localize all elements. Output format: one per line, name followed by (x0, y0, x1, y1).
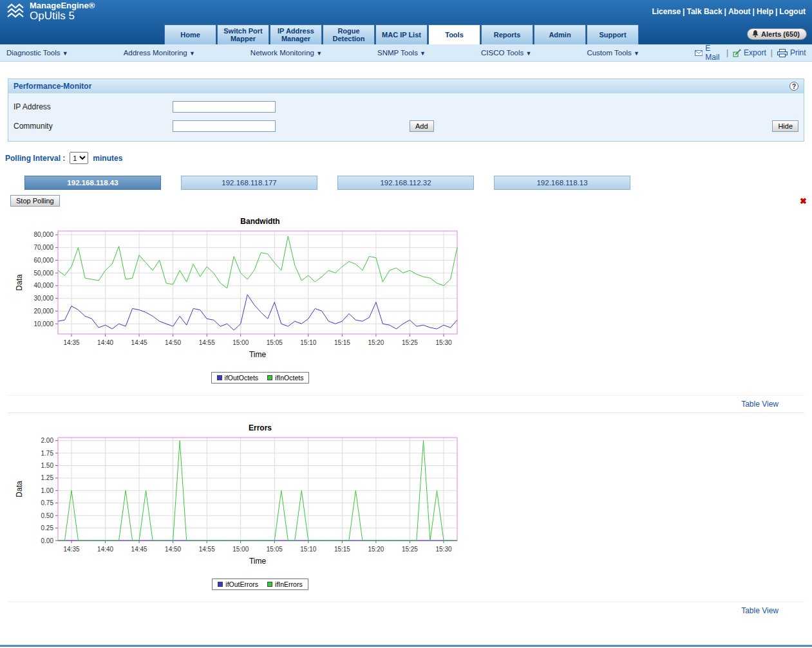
legend-swatch-icon (217, 375, 222, 380)
legend-item-ifinerrors: ifInErrors (267, 580, 303, 588)
ip-tab-192.168.112.32[interactable]: 192.168.112.32 (337, 176, 474, 190)
svg-text:15:05: 15:05 (267, 339, 283, 346)
bell-icon (752, 30, 759, 37)
printer-icon (777, 49, 788, 57)
menu-snmp-tools[interactable]: SNMP Tools ▼ (377, 49, 426, 57)
stop-polling-button[interactable]: Stop Polling (10, 195, 60, 207)
legend-item-ifinoctets: ifInOctets (267, 374, 303, 382)
tab-reports[interactable]: Reports (481, 24, 533, 44)
tab-ip-address-manager[interactable]: IP Address Manager (270, 24, 322, 44)
ip-tab-192.168.118.43[interactable]: 192.168.118.43 (24, 176, 161, 190)
tab-switch-port-mapper[interactable]: Switch Port Mapper (217, 24, 269, 44)
email-link[interactable]: E Mail (695, 44, 722, 62)
monitor-content: Stop Polling ✖ Bandwidth 10,00020,00030,… (8, 190, 804, 615)
svg-text:15:00: 15:00 (232, 339, 249, 346)
community-input[interactable] (173, 120, 276, 132)
errors-chart-title: Errors (10, 423, 491, 432)
svg-text:Data: Data (15, 274, 24, 291)
svg-text:0.50: 0.50 (41, 512, 54, 519)
tools-menubar: Diagnostic Tools ▼Address Monitoring ▼Ne… (0, 44, 812, 62)
svg-text:0.00: 0.00 (41, 537, 54, 544)
menu-network-monitoring[interactable]: Network Monitoring ▼ (250, 49, 322, 57)
polling-interval-select[interactable]: 1 (70, 152, 88, 164)
polling-interval-unit: minutes (93, 154, 122, 163)
svg-text:2.00: 2.00 (41, 437, 54, 444)
svg-text:15:05: 15:05 (267, 546, 283, 553)
email-label: E Mail (705, 44, 722, 62)
legend-swatch-icon (267, 582, 272, 587)
svg-text:15:30: 15:30 (435, 546, 451, 553)
svg-text:14:45: 14:45 (131, 546, 147, 553)
tab-admin[interactable]: Admin (534, 24, 586, 44)
hide-button[interactable]: Hide (772, 120, 798, 132)
chevron-down-icon: ▼ (420, 50, 426, 57)
menu-address-monitoring[interactable]: Address Monitoring ▼ (124, 49, 195, 57)
svg-text:1.75: 1.75 (41, 450, 54, 457)
ip-address-input[interactable] (173, 101, 276, 113)
svg-text:10,000: 10,000 (33, 320, 53, 328)
top-link-logout[interactable]: Logout (779, 7, 806, 16)
manageengine-logo-icon (6, 3, 26, 21)
top-link-help[interactable]: Help (757, 7, 773, 16)
tab-home[interactable]: Home (164, 24, 216, 44)
menu-diagnostic-tools[interactable]: Diagnostic Tools ▼ (6, 49, 68, 57)
bandwidth-table-view-link[interactable]: Table View (741, 400, 779, 409)
legend-swatch-icon (267, 375, 272, 380)
main-tabs: HomeSwitch Port MapperIP Address Manager… (0, 23, 812, 44)
brand-name: ManageEngine® (30, 1, 95, 10)
product-name: OpUtils 5 (30, 10, 95, 22)
svg-text:1.50: 1.50 (41, 462, 54, 469)
export-icon (733, 49, 741, 57)
ip-tab-192.168.118.13[interactable]: 192.168.118.13 (494, 176, 630, 190)
envelope-icon (695, 50, 703, 57)
svg-text:15:10: 15:10 (300, 546, 316, 553)
performance-monitor-panel: Performance-Monitor ? IP Address Communi… (8, 79, 804, 142)
chevron-down-icon: ▼ (189, 50, 195, 57)
svg-text:15:15: 15:15 (334, 339, 350, 346)
print-link[interactable]: Print (777, 48, 806, 57)
ip-tab-192.168.118.177[interactable]: 192.168.118.177 (181, 176, 317, 190)
menu-cisco-tools[interactable]: CISCO Tools ▼ (481, 49, 531, 57)
svg-text:1.25: 1.25 (41, 474, 54, 481)
svg-text:70,000: 70,000 (33, 244, 53, 251)
alerts-badge[interactable]: Alerts (650) (747, 28, 807, 40)
close-icon[interactable]: ✖ (800, 196, 807, 206)
chevron-down-icon: ▼ (525, 50, 531, 57)
bandwidth-chart-plot: 10,00020,00030,00040,00050,00060,00070,0… (10, 226, 466, 365)
svg-text:Data: Data (15, 481, 24, 497)
bandwidth-chart: Bandwidth 10,00020,00030,00040,00050,000… (10, 217, 491, 384)
polling-interval-row: Polling Interval : 1 minutes (5, 152, 804, 164)
top-link-license[interactable]: License (652, 7, 681, 16)
svg-text:15:25: 15:25 (402, 546, 418, 553)
svg-text:15:30: 15:30 (435, 339, 451, 346)
brand-logo: ManageEngine® OpUtils 5 (6, 1, 95, 22)
export-link[interactable]: Export (733, 48, 766, 57)
ip-address-label: IP Address (14, 102, 173, 111)
svg-text:30,000: 30,000 (33, 295, 53, 302)
errors-table-view-link[interactable]: Table View (741, 606, 779, 615)
svg-text:15:25: 15:25 (402, 339, 418, 346)
svg-text:14:45: 14:45 (131, 339, 147, 346)
svg-text:14:50: 14:50 (165, 339, 181, 346)
errors-chart-plot: 0.000.250.500.751.001.251.501.752.0014:3… (10, 432, 466, 571)
svg-text:20,000: 20,000 (33, 308, 53, 315)
tab-tools[interactable]: Tools (428, 24, 480, 44)
bottom-accent-strip (0, 645, 812, 647)
svg-text:1.00: 1.00 (41, 487, 54, 494)
separator: | (751, 7, 757, 16)
tab-rogue-detection[interactable]: Rogue Detection (323, 24, 375, 44)
tab-mac-ip-list[interactable]: MAC IP List (375, 24, 428, 44)
add-button[interactable]: Add (410, 120, 434, 132)
separator: | (771, 48, 773, 57)
tab-support[interactable]: Support (587, 24, 639, 44)
alerts-label: Alerts (650) (761, 30, 800, 38)
separator: | (722, 7, 728, 16)
menu-custom-tools[interactable]: Custom Tools ▼ (587, 49, 639, 57)
top-link-talk-back[interactable]: Talk Back (686, 7, 722, 16)
help-icon[interactable]: ? (789, 82, 798, 91)
svg-text:14:35: 14:35 (63, 546, 79, 553)
community-label: Community (14, 122, 173, 131)
top-link-about[interactable]: About (728, 7, 751, 16)
errors-chart: Errors 0.000.250.500.751.001.251.501.752… (10, 423, 491, 590)
device-ip-tabs: 192.168.118.43192.168.118.177192.168.112… (24, 176, 804, 190)
